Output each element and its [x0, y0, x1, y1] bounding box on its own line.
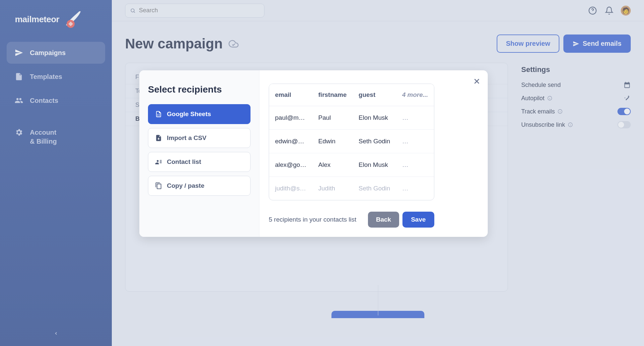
col-email: email [269, 84, 312, 106]
cell-guest: Elon Musk [353, 106, 396, 130]
recipients-count: 5 recipients in your contacts list [269, 216, 356, 223]
col-guest: guest [353, 84, 396, 106]
recipients-table-wrap: email firstname guest 4 more... paul@m… … [269, 84, 434, 200]
cell-email: edwin@… [269, 130, 312, 153]
source-google-sheets[interactable]: Google Sheets [148, 104, 250, 124]
cell-email: paul@m… [269, 106, 312, 130]
cell-email: judith@s… [269, 177, 312, 200]
source-label: Google Sheets [167, 110, 211, 118]
table-row[interactable]: edwin@… Edwin Seth Godin … [269, 130, 434, 153]
source-label: Contact list [167, 158, 201, 166]
cell-firstname: Edwin [312, 130, 353, 153]
cell-more: … [396, 177, 434, 200]
cell-firstname: Alex [312, 153, 353, 177]
source-import-csv[interactable]: Import a CSV [148, 128, 250, 148]
upload-file-icon [155, 134, 162, 142]
cell-guest: Elon Musk [353, 153, 396, 177]
modal-title: Select recipients [148, 84, 250, 95]
cell-firstname: Judith [312, 177, 353, 200]
save-button[interactable]: Save [402, 212, 434, 228]
modal-overlay: Select recipients Google Sheets Import a… [0, 0, 644, 346]
source-copy-paste[interactable]: Copy / paste [148, 176, 250, 196]
modal-close-button[interactable] [472, 77, 481, 86]
source-label: Copy / paste [167, 182, 204, 189]
select-recipients-modal: Select recipients Google Sheets Import a… [139, 70, 488, 237]
cell-guest: Seth Godin [353, 130, 396, 153]
table-row[interactable]: alex@go… Alex Elon Musk … [269, 153, 434, 177]
table-row[interactable]: judith@s… Judith Seth Godin … [269, 177, 434, 200]
recipients-table: email firstname guest 4 more... paul@m… … [269, 84, 434, 200]
col-more: 4 more... [396, 84, 434, 106]
table-row[interactable]: paul@m… Paul Elon Musk … [269, 106, 434, 130]
modal-footer: 5 recipients in your contacts list Back … [269, 212, 434, 228]
modal-right-panel: email firstname guest 4 more... paul@m… … [259, 70, 488, 237]
source-contact-list[interactable]: Contact list [148, 152, 250, 172]
col-firstname: firstname [312, 84, 353, 106]
back-button[interactable]: Back [368, 212, 399, 228]
copy-icon [155, 182, 162, 189]
source-label: Import a CSV [167, 134, 206, 142]
modal-left-panel: Select recipients Google Sheets Import a… [139, 70, 259, 237]
cell-more: … [396, 153, 434, 177]
cell-email: alex@go… [269, 153, 312, 177]
contact-list-icon [155, 158, 162, 166]
cell-guest: Seth Godin [353, 177, 396, 200]
cell-firstname: Paul [312, 106, 353, 130]
cell-more: … [396, 130, 434, 153]
cell-more: … [396, 106, 434, 130]
close-icon [472, 77, 481, 86]
sheets-icon [155, 110, 162, 118]
table-header-row: email firstname guest 4 more... [269, 84, 434, 106]
